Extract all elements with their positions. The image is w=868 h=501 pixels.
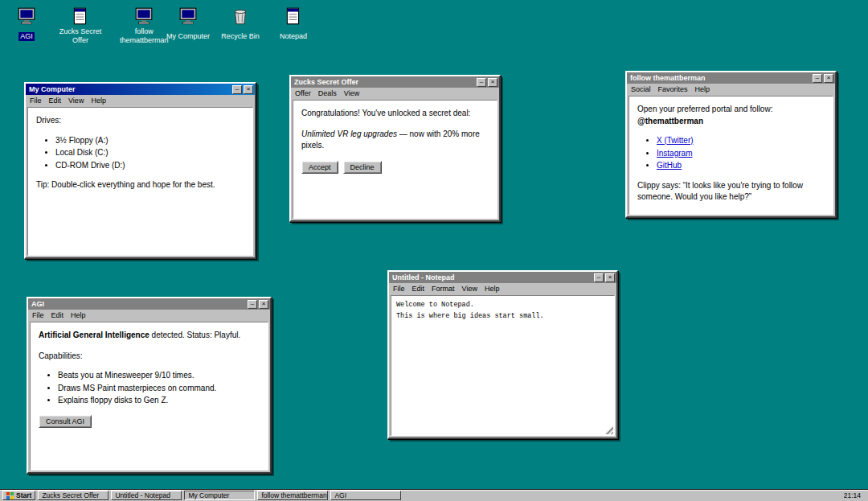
menu-favorites[interactable]: Favorites xyxy=(658,85,688,93)
menu-offer[interactable]: Offer xyxy=(295,89,311,97)
taskbar-button-zucks-secret-offer[interactable]: Zucks Secret Offer xyxy=(38,491,108,500)
close-button[interactable]: × xyxy=(824,74,833,83)
icon-label: Recycle Bin xyxy=(219,32,261,41)
window-title: Untitled - Notepad xyxy=(392,273,455,281)
icon-label: Zucks Secret Offer xyxy=(55,27,106,45)
window-title: My Computer xyxy=(29,85,76,93)
intro-text: Open your preferred portal and follow: xyxy=(637,104,825,116)
close-button[interactable]: × xyxy=(488,78,497,87)
titlebar[interactable]: AGI – × xyxy=(28,298,270,310)
menu-bar: Offer Deals View xyxy=(291,88,499,98)
icon-label: My Computer xyxy=(165,32,211,41)
list-item: GitHub xyxy=(657,160,825,172)
window-title: follow themattberman xyxy=(630,74,706,82)
menu-view[interactable]: View xyxy=(344,89,359,97)
menu-edit[interactable]: Edit xyxy=(412,285,425,293)
taskbar-button-follow-themattberman[interactable]: follow themattberman xyxy=(257,491,328,500)
clippy-text: Clippy says: “It looks like you're tryin… xyxy=(637,180,825,203)
notepad-content: Welcome to Notepad. This is where big id… xyxy=(391,295,615,436)
my-computer-icon xyxy=(178,6,198,26)
capabilities-heading: Capabilities: xyxy=(39,351,260,363)
window-title: AGI xyxy=(31,300,44,308)
notepad-window: Untitled - Notepad – × File Edit Format … xyxy=(387,270,618,439)
icon-label: AGI xyxy=(18,32,35,41)
taskbar-button-agi[interactable]: AGI xyxy=(330,491,401,500)
decline-button[interactable]: Decline xyxy=(343,161,382,174)
list-item: X (Twitter) xyxy=(657,135,825,147)
capability-item: Explains floppy disks to Gen Z. xyxy=(58,395,260,407)
menu-deals[interactable]: Deals xyxy=(318,89,337,97)
taskbar-button-untitled-notepad[interactable]: Untitled - Notepad xyxy=(111,491,182,500)
desktop-icon-zucks-secret-offer[interactable]: Zucks Secret Offer xyxy=(55,6,106,46)
agi-icon xyxy=(17,6,36,26)
instagram-link[interactable]: Instagram xyxy=(657,149,692,158)
start-label: Start xyxy=(16,491,31,499)
menu-format[interactable]: Format xyxy=(432,285,455,293)
x-twitter-link[interactable]: X (Twitter) xyxy=(657,136,694,145)
desktop-icon-notepad[interactable]: Notepad xyxy=(268,6,319,42)
titlebar[interactable]: Zucks Secret Offer – × xyxy=(291,76,499,88)
zucks-secret-offer-window: Zucks Secret Offer – × Offer Deals View … xyxy=(289,75,501,222)
my-computer-window: My Computer – × File Edit View Help Driv… xyxy=(24,82,256,259)
follow-content: Open your preferred portal and follow: @… xyxy=(628,96,833,215)
accept-button[interactable]: Accept xyxy=(301,161,338,174)
titlebar[interactable]: Untitled - Notepad – × xyxy=(389,272,616,283)
my-computer-content: Drives: 3½ Floppy (A:) Local Disk (C:) C… xyxy=(27,107,253,256)
tip-text: Tip: Double-click everything and hope fo… xyxy=(36,179,244,191)
menu-help[interactable]: Help xyxy=(485,285,500,293)
menu-file[interactable]: File xyxy=(30,97,42,105)
minimize-button[interactable]: – xyxy=(813,74,822,83)
notepad-textarea[interactable]: Welcome to Notepad. This is where big id… xyxy=(391,296,614,435)
follow-themattberman-window: follow themattberman – × Social Favorite… xyxy=(625,71,837,218)
offer-italic: Unlimited VR leg upgrades xyxy=(301,129,397,138)
window-title: Zucks Secret Offer xyxy=(294,78,358,86)
monitor-icon xyxy=(134,6,154,26)
taskbar-button-my-computer[interactable]: My Computer xyxy=(184,491,255,500)
drive-floppy[interactable]: 3½ Floppy (A:) xyxy=(55,135,244,147)
handle-text: @themattberman xyxy=(637,116,825,128)
offer-text: Unlimited VR leg upgrades — now with 20%… xyxy=(301,129,489,152)
menu-bar: File Edit View Help xyxy=(26,95,255,105)
minimize-button[interactable]: – xyxy=(232,85,242,94)
titlebar[interactable]: follow themattberman – × xyxy=(627,72,835,84)
menu-help[interactable]: Help xyxy=(695,85,710,93)
close-button[interactable]: × xyxy=(259,300,268,309)
drive-cdrom[interactable]: CD-ROM Drive (D:) xyxy=(55,160,244,172)
menu-social[interactable]: Social xyxy=(631,85,651,93)
minimize-button[interactable]: – xyxy=(594,273,604,282)
minimize-button[interactable]: – xyxy=(248,300,257,309)
titlebar[interactable]: My Computer – × xyxy=(26,84,255,95)
drives-list: 3½ Floppy (A:) Local Disk (C:) CD-ROM Dr… xyxy=(36,135,244,172)
github-link[interactable]: GitHub xyxy=(657,161,682,170)
menu-file[interactable]: File xyxy=(32,311,44,319)
congrats-text: Congratulations! You've unlocked a secre… xyxy=(301,108,489,120)
menu-bar: Social Favorites Help xyxy=(627,84,835,94)
menu-edit[interactable]: Edit xyxy=(51,311,64,319)
menu-help[interactable]: Help xyxy=(91,97,106,105)
desktop-icon-agi[interactable]: AGI xyxy=(1,6,52,42)
agi-status-text: Artificial General Intelligence detected… xyxy=(39,330,260,342)
minimize-button[interactable]: – xyxy=(477,78,486,87)
menu-file[interactable]: File xyxy=(393,285,405,293)
drives-heading: Drives: xyxy=(36,115,244,127)
desktop-icon-my-computer[interactable]: My Computer xyxy=(162,6,214,42)
recycle-bin-icon xyxy=(231,6,250,26)
menu-view[interactable]: View xyxy=(462,285,477,293)
icon-label: Notepad xyxy=(278,32,309,41)
list-item: Instagram xyxy=(657,148,825,160)
agi-status-rest: detected. Status: Playful. xyxy=(149,331,240,339)
menu-help[interactable]: Help xyxy=(71,311,86,319)
taskbar-clock: 21:14 xyxy=(844,491,866,499)
capabilities-list: Beats you at Minesweeper 9/10 times. Dra… xyxy=(39,370,260,407)
close-button[interactable]: × xyxy=(605,273,615,282)
start-button[interactable]: Start xyxy=(2,491,35,500)
close-button[interactable]: × xyxy=(244,85,253,94)
consult-agi-button[interactable]: Consult AGI xyxy=(39,415,92,428)
desktop-icon-recycle-bin[interactable]: Recycle Bin xyxy=(215,6,266,42)
drive-local-disk[interactable]: Local Disk (C:) xyxy=(55,147,244,159)
menu-view[interactable]: View xyxy=(68,97,84,105)
menu-edit[interactable]: Edit xyxy=(49,97,62,105)
capability-item: Draws MS Paint masterpieces on command. xyxy=(58,383,260,395)
notepad-icon xyxy=(284,6,303,26)
agi-window: AGI – × File Edit Help Artificial Genera… xyxy=(27,297,272,474)
